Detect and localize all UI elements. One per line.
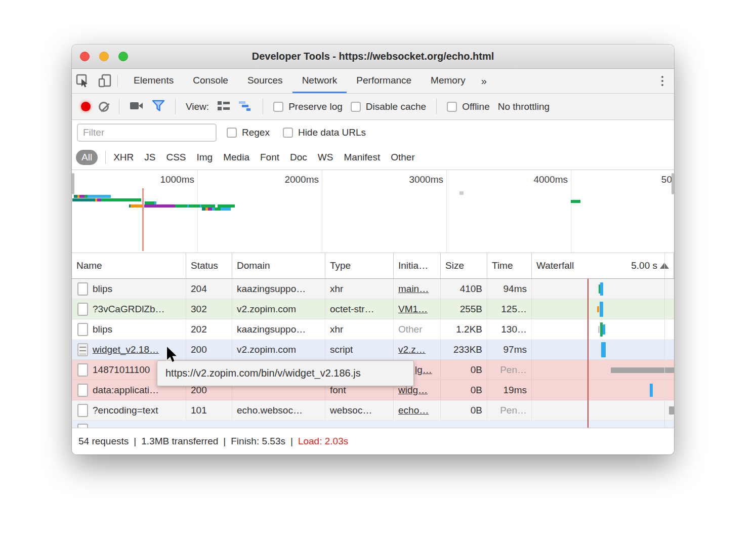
request-name-cell[interactable]: ?3vCaGRDlZb… <box>72 299 186 319</box>
table-row[interactable]: blips202kaazingsuppo…xhrOther1.2KB130… <box>72 319 674 340</box>
waterfall-cell[interactable] <box>532 319 674 339</box>
request-name[interactable]: widget_v2.18… <box>93 344 159 355</box>
waterfall-bar <box>598 326 600 333</box>
overview-right-grip[interactable] <box>671 173 674 194</box>
request-size-cell: 0B <box>441 400 487 420</box>
request-initiator[interactable]: echo… <box>398 405 429 416</box>
more-tabs-chevron[interactable]: » <box>475 69 493 93</box>
checkbox-icon[interactable] <box>273 102 283 112</box>
overview-request-bar <box>571 200 580 203</box>
tab-console[interactable]: Console <box>183 69 238 93</box>
toolbar-divider <box>263 99 263 114</box>
close-window-button[interactable] <box>80 52 90 61</box>
request-initiator-cell[interactable]: Other <box>394 319 441 339</box>
filter-pill-other[interactable]: Other <box>391 152 415 163</box>
table-row-partial <box>72 421 674 428</box>
inspect-element-icon[interactable] <box>72 69 94 93</box>
checkbox-icon[interactable] <box>227 128 237 138</box>
zoom-window-button[interactable] <box>118 52 128 61</box>
table-row[interactable]: blips204kaazingsuppo…xhrmain…410B94ms <box>72 279 674 299</box>
waterfall-bar <box>600 302 603 317</box>
checkbox-icon[interactable] <box>447 102 457 112</box>
filter-input[interactable] <box>77 123 217 142</box>
filter-pill-manifest[interactable]: Manifest <box>344 152 380 163</box>
filter-pill-js[interactable]: JS <box>144 152 155 163</box>
request-name[interactable]: ?3vCaGRDlZb… <box>93 304 165 315</box>
tab-elements[interactable]: Elements <box>124 69 183 93</box>
record-button[interactable] <box>81 102 91 111</box>
filter-pill-media[interactable]: Media <box>223 152 249 163</box>
throttling-select[interactable]: No throttling <box>498 101 550 112</box>
minimize-window-button[interactable] <box>99 52 109 61</box>
filter-pill-ws[interactable]: WS <box>318 152 333 163</box>
waterfall-cell[interactable] <box>532 360 674 380</box>
request-initiator-cell[interactable]: main… <box>394 279 441 299</box>
clear-icon[interactable] <box>99 102 109 112</box>
hide-data-urls-checkbox[interactable]: Hide data URLs <box>283 127 366 138</box>
tab-sources[interactable]: Sources <box>238 69 292 93</box>
column-header-time[interactable]: Time <box>487 253 532 278</box>
request-name[interactable]: data:applicati… <box>93 385 159 396</box>
filter-pill-css[interactable]: CSS <box>166 152 186 163</box>
waterfall-cell[interactable] <box>532 279 674 299</box>
request-initiator-cell[interactable]: v2.z… <box>394 340 441 359</box>
filter-pill-img[interactable]: Img <box>197 152 213 163</box>
column-header-domain[interactable]: Domain <box>232 253 325 278</box>
tab-performance[interactable]: Performance <box>347 69 421 93</box>
regex-checkbox[interactable]: Regex <box>227 127 270 138</box>
overview-request-bar <box>202 208 205 211</box>
column-header-type[interactable]: Type <box>325 253 394 278</box>
devtools-menu-icon[interactable] <box>651 69 674 93</box>
request-name[interactable]: ?encoding=text <box>93 405 158 416</box>
request-initiator[interactable]: VM1… <box>398 304 428 315</box>
device-toolbar-icon[interactable] <box>94 69 116 93</box>
column-header-status[interactable]: Status <box>186 253 232 278</box>
screenshot-camera-icon[interactable] <box>130 100 144 113</box>
request-name-cell[interactable]: blips <box>72 279 186 299</box>
table-header: NameStatusDomainTypeInitia…SizeTimeWater… <box>72 253 674 279</box>
checkbox-icon[interactable] <box>283 128 293 138</box>
waterfall-cell[interactable] <box>532 299 674 319</box>
request-initiator[interactable]: v2.z… <box>398 344 426 355</box>
tab-network[interactable]: Network <box>292 69 347 93</box>
filter-pill-all[interactable]: All <box>76 150 98 165</box>
status-segment: Load: 2.03s <box>298 436 348 447</box>
main-toolbar: ElementsConsoleSourcesNetworkPerformance… <box>72 69 674 94</box>
request-initiator[interactable]: lg… <box>415 364 432 376</box>
table-row[interactable]: ?encoding=text101echo.websoc…websoc…echo… <box>72 400 674 421</box>
request-initiator[interactable]: main… <box>398 283 429 295</box>
waterfall-cell[interactable] <box>532 340 674 359</box>
offline-checkbox[interactable]: Offline <box>447 101 490 112</box>
preserve-log-checkbox[interactable]: Preserve log <box>273 101 343 112</box>
waterfall-cell[interactable] <box>532 380 674 400</box>
pill-divider <box>105 151 106 164</box>
request-initiator-cell[interactable]: VM1… <box>394 299 441 319</box>
filter-pill-xhr[interactable]: XHR <box>113 152 134 163</box>
waterfall-view-icon[interactable] <box>238 100 253 113</box>
table-row[interactable]: widget_v2.18…200v2.zopim.comscriptv2.z…2… <box>72 340 674 360</box>
overview-left-grip[interactable] <box>72 173 74 194</box>
request-name-cell[interactable]: ?encoding=text <box>72 400 186 420</box>
table-row[interactable]: ?3vCaGRDlZb…302v2.zopim.comoctet-str…VM1… <box>72 299 674 319</box>
waterfall-cell[interactable] <box>532 400 674 420</box>
checkbox-icon[interactable] <box>351 102 361 112</box>
network-overview-timeline[interactable]: 1000ms2000ms3000ms4000ms50 <box>72 170 674 253</box>
toolbar-divider <box>436 99 437 114</box>
column-header-initia[interactable]: Initia… <box>394 253 441 278</box>
file-icon <box>77 323 88 336</box>
request-name[interactable]: blips <box>93 324 112 335</box>
column-header-waterfall[interactable]: Waterfall5.00 s <box>532 253 674 278</box>
filter-pill-font[interactable]: Font <box>260 152 279 163</box>
request-name-cell[interactable]: blips <box>72 319 186 339</box>
request-name[interactable]: 14871011100 <box>93 364 150 376</box>
request-domain-cell: kaazingsuppo… <box>232 279 325 299</box>
request-name[interactable]: blips <box>93 283 112 295</box>
tab-memory[interactable]: Memory <box>421 69 475 93</box>
filter-pill-doc[interactable]: Doc <box>290 152 307 163</box>
column-header-name[interactable]: Name <box>72 253 186 278</box>
column-header-size[interactable]: Size <box>441 253 487 278</box>
filter-funnel-icon[interactable] <box>152 100 165 114</box>
list-view-icon[interactable] <box>217 100 230 113</box>
disable-cache-checkbox[interactable]: Disable cache <box>351 101 426 112</box>
request-initiator-cell[interactable]: echo… <box>394 400 441 420</box>
